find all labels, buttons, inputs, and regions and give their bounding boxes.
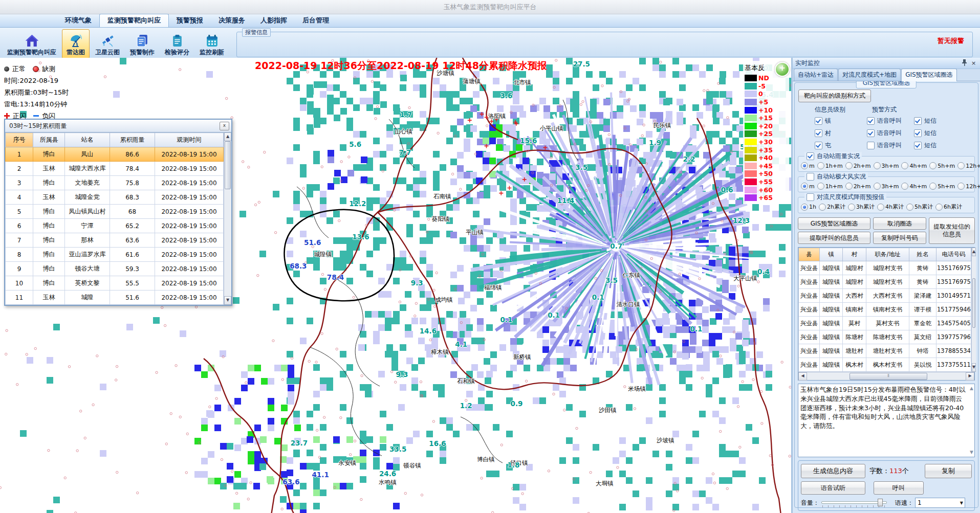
radio-option-4h+m[interactable]: 4h+m: [901, 183, 927, 190]
radio-icon[interactable]: [957, 183, 965, 190]
voice-call-checkbox[interactable]: [867, 117, 875, 125]
radio-icon[interactable]: [845, 183, 853, 190]
pin-icon[interactable]: [961, 59, 968, 67]
toolbar-button-home[interactable]: 监测预警靶向叫应: [3, 29, 61, 59]
extract-sms-informers-button[interactable]: 提取发短信的信息员: [929, 217, 975, 244]
radio-icon[interactable]: [817, 183, 824, 190]
volume-slider[interactable]: [821, 499, 887, 507]
rain-col-header[interactable]: 所属县: [33, 133, 65, 147]
radio-option-1h+m[interactable]: 1h+m: [817, 183, 843, 190]
radio-icon[interactable]: [929, 183, 937, 190]
radio-icon[interactable]: [845, 162, 853, 169]
scroll-up-icon[interactable]: ▲: [224, 132, 231, 141]
rain-table-scrollbar[interactable]: ▲ ▼: [224, 132, 231, 305]
close-icon[interactable]: x: [220, 122, 229, 130]
scrollbar-thumb[interactable]: [225, 141, 231, 189]
radio-option-6h累计[interactable]: 6h累计: [935, 203, 962, 211]
radio-icon[interactable]: [817, 162, 824, 169]
close-icon[interactable]: ×: [970, 59, 977, 67]
radio-icon[interactable]: [874, 162, 881, 169]
radio-option-m[interactable]: m: [801, 183, 815, 190]
rain-table-row[interactable]: 2玉林城隍大西水库78.42022-08-19 15:00: [6, 162, 224, 176]
copy-button[interactable]: 复制: [925, 464, 972, 478]
voice-call-checkbox[interactable]: [867, 129, 875, 137]
radio-option-5h+m[interactable]: 5h+m: [929, 162, 955, 169]
scroll-right-icon[interactable]: ▶: [966, 372, 974, 381]
contact-col-header[interactable]: 电话号码: [937, 248, 971, 261]
gis-select-button[interactable]: GIS预警区域圈选: [798, 217, 870, 230]
rain-table-row[interactable]: 8博白亚山温罗水库61.62022-08-19 15:00: [6, 248, 224, 262]
scroll-down-icon[interactable]: ▼: [970, 449, 973, 456]
radio-option-5h累计[interactable]: 5h累计: [906, 203, 933, 211]
contact-col-header[interactable]: 姓名: [909, 248, 937, 261]
extract-call-informers-button[interactable]: 提取呼叫的信息员: [798, 232, 870, 244]
radio-option-3h+m[interactable]: 3h+m: [874, 183, 899, 190]
tab-2[interactable]: 对流尺度模式+地图: [838, 69, 901, 81]
menu-item-1[interactable]: 环境气象: [57, 14, 99, 27]
contact-table-row[interactable]: 兴业县城隍镇莫村莫村支书覃金乾134575405: [799, 317, 971, 330]
radio-option-5h+m[interactable]: 5h+m: [929, 183, 955, 190]
contact-col-header[interactable]: 村: [843, 248, 866, 261]
contact-table-row[interactable]: 兴业县城隍镇城隍村城隍村支书黄铸135176975: [799, 261, 971, 275]
level-checkbox[interactable]: [815, 129, 822, 137]
auto-wind-checkbox[interactable]: [807, 173, 814, 181]
sms-checkbox[interactable]: [914, 142, 922, 149]
radio-icon[interactable]: [801, 183, 808, 190]
radio-option-1h[interactable]: 1h: [801, 204, 816, 211]
warning-message-textarea[interactable]: 玉林市气象台19日5时15分发布暴雨橙色预警信号：4时以来兴业县城隍大西水库已出…: [798, 384, 975, 457]
hscrollbar-thumb[interactable]: ⦀: [850, 373, 927, 380]
rain-table-row[interactable]: 11玉林城隍51.62022-08-19 15:00: [6, 291, 224, 305]
radar-map[interactable]: 2022-08-19 12时36分至2022-08-19 12时48分累积降水预…: [0, 58, 791, 513]
rain-col-header[interactable]: 站名: [65, 133, 110, 147]
copy-call-number-button[interactable]: 复制呼叫号码: [873, 232, 926, 244]
cancel-select-button[interactable]: 取消圈选: [873, 217, 926, 230]
model-rain-checkbox[interactable]: [807, 193, 814, 201]
call-button[interactable]: 呼叫: [874, 481, 924, 495]
radio-icon[interactable]: [874, 183, 881, 190]
voice-call-checkbox[interactable]: [867, 142, 875, 149]
radio-option-4h+m[interactable]: 4h+m: [901, 162, 927, 169]
rain-table-row[interactable]: 10博白英桥文黎55.52022-08-19 15:00: [6, 276, 224, 291]
rain-table-row[interactable]: 3博白文地姜充75.82022-08-19 15:00: [6, 176, 224, 190]
radio-option-1h+m[interactable]: 1h+m: [817, 162, 843, 169]
radio-option-4h累计[interactable]: 4h累计: [877, 203, 904, 211]
rain-table-row[interactable]: 6博白宁潭65.22022-08-19 15:00: [6, 219, 224, 233]
radio-option-2h+m[interactable]: 2h+m: [845, 162, 871, 169]
radio-icon[interactable]: [901, 183, 908, 190]
radio-option-m[interactable]: m: [801, 162, 815, 169]
menu-item-5[interactable]: 人影指挥: [253, 14, 295, 27]
contact-col-header[interactable]: 职务/地址: [866, 248, 909, 261]
radio-icon[interactable]: [801, 204, 808, 211]
radio-icon[interactable]: [801, 162, 808, 169]
rain-table-row[interactable]: 7博白那林63.62022-08-19 15:00: [6, 233, 224, 248]
rain-table-row[interactable]: 9博白顿谷大塘59.32022-08-19 15:00: [6, 262, 224, 276]
contact-scrollbar[interactable]: ▲ ▼: [971, 248, 976, 372]
menu-item-4[interactable]: 决策服务: [211, 14, 253, 27]
toolbar-button-clipboard[interactable]: 检验评分: [160, 29, 194, 59]
radio-option-2h+m[interactable]: 2h+m: [845, 183, 871, 190]
contact-hscrollbar[interactable]: ◀ ⦀ ▶: [798, 372, 974, 380]
rain-col-header[interactable]: 累积雨量: [110, 133, 155, 147]
toolbar-button-satellite[interactable]: 卫星云图: [91, 29, 124, 59]
radio-icon[interactable]: [929, 162, 937, 169]
call-level-mode-button[interactable]: 靶向叫应的级别和方式: [798, 90, 871, 102]
contact-col-header[interactable]: 县: [799, 248, 820, 261]
contact-table-row[interactable]: 兴业县城隍镇城隍村城隍村支书黄铸135176975: [799, 275, 971, 289]
contact-table-row[interactable]: 兴业县城隍镇塘肚村塘肚村支书钟塔137885534: [799, 344, 971, 358]
rain-table-row[interactable]: 1博白凤山86.62022-08-19 15:00: [6, 147, 224, 162]
radio-icon[interactable]: [901, 162, 908, 169]
tts-preview-button[interactable]: 语音试听: [801, 481, 865, 495]
slider-thumb[interactable]: [878, 499, 883, 506]
radio-icon[interactable]: [957, 162, 965, 169]
contact-table-row[interactable]: 兴业县城隍镇陈塘村陈塘村支书莫文绍139775796: [799, 330, 971, 344]
radio-option-12h+m[interactable]: 12h+m: [957, 162, 980, 169]
radio-option-3h+m[interactable]: 3h+m: [874, 162, 899, 169]
tab-1[interactable]: 自动站+雷达: [794, 69, 838, 81]
radio-option-3h累计[interactable]: 3h累计: [848, 203, 875, 211]
scroll-up-icon[interactable]: ▲: [970, 385, 973, 392]
radio-icon[interactable]: [935, 204, 943, 211]
level-checkbox[interactable]: [815, 117, 822, 125]
contact-table-row[interactable]: 兴业县城隍镇枫木村枫木村支书吴以悦137375511: [799, 358, 971, 372]
radio-icon[interactable]: [819, 204, 826, 211]
radio-option-2h累计[interactable]: 2h累计: [819, 203, 845, 211]
